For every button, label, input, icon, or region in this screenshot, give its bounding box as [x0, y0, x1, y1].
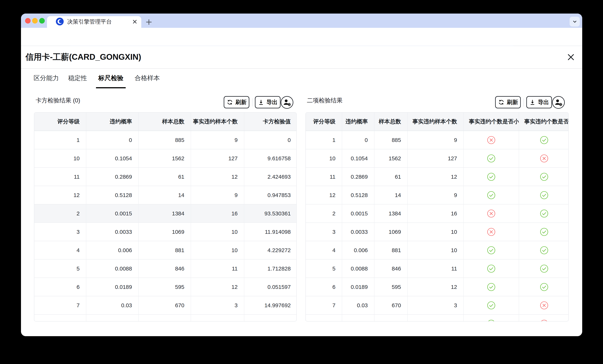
check-circle-icon: [487, 154, 496, 163]
column-settings-button[interactable]: [281, 96, 293, 109]
close-icon[interactable]: [567, 53, 575, 62]
check-circle-icon: [540, 228, 548, 236]
export-label: 导出: [538, 99, 549, 106]
table-row[interactable]: 60.0189595120.051597: [34, 278, 297, 296]
cell-value: 61: [139, 168, 191, 186]
check-circle-icon: [540, 246, 548, 255]
cell-value: 0.051597: [244, 278, 297, 296]
cell-value: 12: [306, 186, 342, 204]
table-row[interactable]: 100.10541562127: [306, 149, 569, 168]
table-row[interactable]: 30.003310691011.914098: [34, 223, 297, 241]
window-minimize-button[interactable]: [32, 18, 38, 23]
chi-square-table-card: 评分等级违约概率样本总数事实违约样本个数卡方检验值1088590100.1054…: [34, 112, 297, 321]
status-cell: [519, 278, 569, 296]
table-row[interactable]: 30.0033106910: [306, 223, 569, 241]
download-icon: [529, 99, 536, 105]
cell-value: 1: [306, 131, 342, 149]
cell-value: 10: [407, 223, 464, 241]
status-cell: [464, 204, 519, 223]
cell-value: 61: [374, 168, 407, 186]
status-cell: [464, 186, 519, 204]
refresh-button[interactable]: 刷新: [495, 96, 521, 108]
table-row[interactable]: 110.286961122.424693: [34, 168, 297, 186]
tab-close-icon[interactable]: [132, 19, 137, 24]
tab-wendingxing[interactable]: 稳定性: [68, 74, 87, 88]
table-row[interactable]: 40.00688110: [306, 241, 569, 259]
column-header: 卡方检验值: [244, 113, 297, 131]
table-row[interactable]: 80.04867531118.816681: [34, 315, 297, 321]
refresh-button[interactable]: 刷新: [224, 96, 249, 108]
table-row[interactable]: 70.036703: [306, 296, 569, 315]
table-row[interactable]: 1088590: [34, 131, 297, 149]
cell-value: 1.712828: [244, 259, 297, 278]
cell-value: 670: [374, 296, 407, 315]
cell-value: 2: [34, 204, 86, 223]
column-settings-button[interactable]: [552, 96, 565, 109]
cell-value: 127: [191, 149, 244, 168]
table-header-row: 评分等级违约概率样本总数事实违约样本个数卡方检验值: [34, 113, 297, 131]
cell-value: 670: [139, 296, 191, 315]
table-row[interactable]: 20.0015138416: [306, 204, 569, 223]
user-gear-icon: [282, 97, 292, 108]
column-header: 事实违约样本个数: [191, 113, 244, 131]
cell-value: 9: [407, 131, 464, 149]
cell-value: 10: [191, 241, 244, 259]
status-cell: [519, 241, 569, 259]
table-row[interactable]: 110.28696112: [306, 168, 569, 186]
status-cell: [464, 278, 519, 296]
tab-biaochijianyan[interactable]: 标尺检验: [96, 74, 126, 88]
browser-toolbar: localhost:8080/#/mv/result: [21, 28, 582, 46]
tab-search-chevron-button[interactable]: [569, 17, 580, 26]
table-row[interactable]: 40.006881104.229272: [34, 241, 297, 259]
cell-value: 846: [139, 259, 191, 278]
cell-value: 11: [34, 168, 86, 186]
table-row[interactable]: 100.105415621279.616758: [34, 149, 297, 168]
cell-value: 14: [139, 186, 191, 204]
browser-tab[interactable]: 决策引擎管理平台: [47, 16, 141, 28]
status-cell: [519, 131, 569, 149]
cell-value: 10: [306, 149, 342, 168]
window-zoom-button[interactable]: [39, 18, 45, 23]
cell-value: 0: [86, 131, 139, 149]
cell-value: 0.0033: [86, 223, 139, 241]
table-row[interactable]: 80.048675311: [306, 315, 569, 321]
table-row[interactable]: 70.03670314.997692: [34, 296, 297, 315]
export-button[interactable]: 导出: [255, 96, 280, 108]
table-row[interactable]: 50.0088846111.712828: [34, 259, 297, 278]
cell-value: 0.0015: [342, 204, 374, 223]
status-cell: [519, 168, 569, 186]
cell-value: 14.997692: [244, 296, 297, 315]
table-row[interactable]: 60.018959512: [306, 278, 569, 296]
cross-circle-icon: [540, 154, 548, 163]
cell-value: 1069: [374, 223, 407, 241]
column-header: 样本总数: [139, 113, 191, 131]
column-header: 事实违约个数是否小...: [464, 113, 519, 131]
status-cell: [464, 131, 519, 149]
tab-hegeyangben[interactable]: 合格样本: [134, 74, 160, 88]
table-row[interactable]: 108859: [306, 131, 569, 149]
table-row[interactable]: 120.5128149: [306, 186, 569, 204]
cell-value: 12: [34, 186, 86, 204]
window-close-button[interactable]: [25, 18, 31, 23]
cell-value: 885: [374, 131, 407, 149]
cell-value: 11: [407, 259, 464, 278]
cell-value: 1384: [139, 204, 191, 223]
status-cell: [464, 241, 519, 259]
cell-value: 0.006: [342, 241, 374, 259]
cell-value: 11: [306, 168, 342, 186]
cell-value: 5: [306, 259, 342, 278]
status-cell: [464, 296, 519, 315]
button-divider: [252, 98, 253, 106]
cell-value: 9: [191, 131, 244, 149]
export-button[interactable]: 导出: [526, 96, 552, 108]
cell-value: 3: [191, 296, 244, 315]
new-tab-button[interactable]: [145, 18, 153, 26]
cross-circle-icon: [540, 301, 548, 310]
table-row[interactable]: 50.008884611: [306, 259, 569, 278]
chi-square-table: 评分等级违约概率样本总数事实违约样本个数卡方检验值1088590100.1054…: [34, 113, 297, 321]
table-row[interactable]: 120.51281490.947853: [34, 186, 297, 204]
cell-value: 2.424693: [244, 168, 297, 186]
table-row[interactable]: 20.001513841693.530361: [34, 204, 297, 223]
column-header: 评分等级: [306, 113, 342, 131]
tab-qufennengli[interactable]: 区分能力: [33, 74, 59, 88]
